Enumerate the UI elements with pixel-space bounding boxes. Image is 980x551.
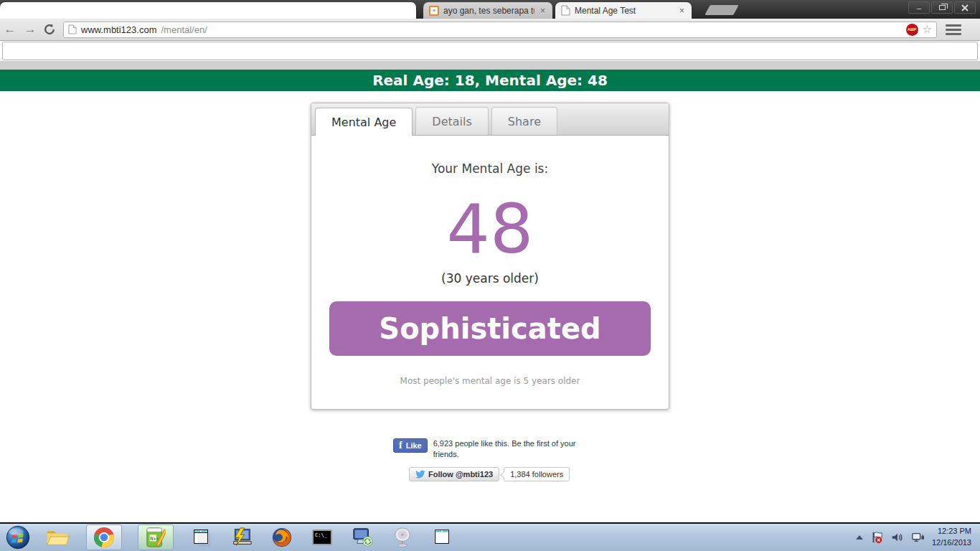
tab-title: Mental Age Test xyxy=(575,6,674,16)
forward-button[interactable]: → xyxy=(20,22,40,37)
url-path: /mental/en/ xyxy=(161,24,207,35)
volume-icon[interactable] xyxy=(890,531,903,544)
tab-close-icon[interactable]: × xyxy=(539,6,547,16)
tab-favicon-icon: × xyxy=(429,6,439,16)
result-card: Mental Age Details Share Your Mental Age… xyxy=(311,103,669,410)
browser-titlebar: × ayo gan, tes seberapa tua × Mental Age… xyxy=(0,0,980,19)
firefox-icon[interactable] xyxy=(270,525,294,550)
facebook-like-count-line2: friends. xyxy=(433,449,576,460)
tab-blank[interactable] xyxy=(0,2,416,19)
show-hidden-icons-button[interactable] xyxy=(856,535,863,540)
facebook-like-count-line1: 6,923 people like this. Be the first of … xyxy=(433,438,576,449)
card-tab-bar: Mental Age Details Share xyxy=(311,103,669,136)
page-icon xyxy=(68,24,77,34)
monitor-arrows-icon xyxy=(352,527,373,548)
url-host: www.mbti123.com xyxy=(81,24,156,35)
age-difference: (30 years older) xyxy=(311,271,669,286)
category-button[interactable]: Sophisticated xyxy=(329,301,651,356)
facebook-like-count: 6,923 people like this. Be the first of … xyxy=(433,438,576,460)
tab-mental-age[interactable]: Mental Age xyxy=(315,108,413,136)
tab-inactive[interactable]: × ayo gan, tes seberapa tua × xyxy=(423,2,552,19)
hint-text: Most people's mental age is 5 years olde… xyxy=(311,376,669,386)
webpage: Real Age: 18, Mental Age: 48 Mental Age … xyxy=(0,70,980,522)
folder-icon xyxy=(46,527,70,548)
computer-lightning-icon xyxy=(231,527,253,548)
notepadpp-icon: N++ xyxy=(146,527,166,548)
close-icon xyxy=(961,4,969,11)
firefox-logo-icon xyxy=(271,527,293,548)
twitter-bird-icon xyxy=(415,470,425,479)
remote-desktop-icon[interactable] xyxy=(350,525,374,550)
chrome-taskbar-button[interactable] xyxy=(86,524,122,550)
white-window-icon xyxy=(433,527,453,547)
taskbar: N++ xyxy=(0,522,980,551)
chrome-icon xyxy=(93,527,115,548)
satellite-dish-icon xyxy=(392,527,413,548)
bookmark-star-icon[interactable]: ☆ xyxy=(923,23,932,36)
menu-button[interactable] xyxy=(946,24,961,35)
clock-date: 12/16/2013 xyxy=(932,537,971,549)
cmd-icon[interactable]: C:\_ xyxy=(310,525,334,550)
mental-age-heading: Your Mental Age is: xyxy=(311,161,669,176)
page-icon xyxy=(561,5,570,16)
cmd-window-icon: C:\_ xyxy=(312,529,332,545)
system-tray: 12:23 PM 12/16/2013 xyxy=(856,526,980,549)
mental-age-value: 48 xyxy=(311,192,669,267)
notepadpp-taskbar-button[interactable]: N++ xyxy=(138,524,174,550)
new-tab-button[interactable] xyxy=(705,5,738,15)
tab-close-icon[interactable]: × xyxy=(678,6,686,16)
result-banner: Real Age: 18, Mental Age: 48 xyxy=(0,70,980,91)
blank-info-bar xyxy=(2,42,978,60)
browser-toolbar: ← → www.mbti123.com/mental/en/ ABP ☆ xyxy=(0,19,980,41)
clock[interactable]: 12:23 PM 12/16/2013 xyxy=(932,526,971,549)
facebook-like-button[interactable]: f Like xyxy=(393,438,428,453)
reload-button[interactable] xyxy=(43,23,56,36)
page-top-strip xyxy=(0,61,980,70)
tab-details[interactable]: Details xyxy=(415,107,488,135)
svg-text:N++: N++ xyxy=(151,536,159,542)
action-center-flag-icon[interactable] xyxy=(870,531,883,544)
facebook-like-label: Like xyxy=(406,441,422,450)
facebook-icon: f xyxy=(399,440,402,451)
adblock-icon[interactable]: ABP xyxy=(906,24,918,36)
close-button[interactable] xyxy=(954,1,976,14)
network-icon[interactable] xyxy=(910,531,925,544)
white-window-icon xyxy=(192,527,212,547)
tab-title: ayo gan, tes seberapa tua xyxy=(443,6,534,16)
tab-active[interactable]: Mental Age Test × xyxy=(555,2,692,19)
minimize-button[interactable]: – xyxy=(908,1,930,14)
terminal-app-icon[interactable] xyxy=(230,525,254,550)
restore-icon xyxy=(939,5,946,10)
start-button[interactable] xyxy=(6,525,30,550)
windows-orb-icon xyxy=(6,524,30,550)
window-app2-icon[interactable] xyxy=(430,525,455,550)
screen: × ayo gan, tes seberapa tua × Mental Age… xyxy=(0,0,980,551)
tab-share[interactable]: Share xyxy=(491,107,557,135)
window-app-icon[interactable] xyxy=(189,525,214,550)
twitter-follow-label: Follow @mbti123 xyxy=(428,470,493,479)
restore-button[interactable] xyxy=(931,1,953,14)
clock-time: 12:23 PM xyxy=(932,526,971,537)
twitter-followers-count[interactable]: 1,384 followers xyxy=(504,467,570,481)
media-app-icon[interactable] xyxy=(390,525,415,550)
social-block: f Like 6,923 people like this. Be the fi… xyxy=(393,438,587,481)
explorer-icon[interactable] xyxy=(46,525,70,550)
twitter-follow-button[interactable]: Follow @mbti123 xyxy=(409,467,499,481)
back-button[interactable]: ← xyxy=(0,22,20,37)
address-bar[interactable]: www.mbti123.com/mental/en/ ABP ☆ xyxy=(63,22,937,38)
